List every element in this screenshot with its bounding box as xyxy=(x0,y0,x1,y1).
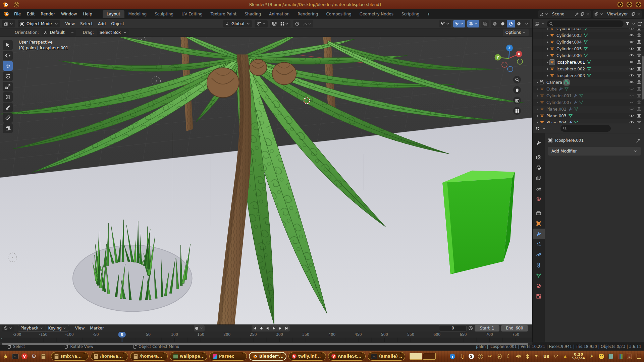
launcher-settings-wheel[interactable]: ⚙ xyxy=(30,352,38,361)
outliner-row-plane.002[interactable]: Plane.002 xyxy=(533,106,644,113)
properties-tab-particles[interactable] xyxy=(533,239,545,249)
next-keyframe-button[interactable] xyxy=(277,325,283,331)
outliner-row-cylinder.004[interactable]: Cylinder.004 xyxy=(533,39,644,46)
camera-view-button[interactable] xyxy=(513,97,521,104)
tray-share-up[interactable]: ↑ xyxy=(477,353,484,360)
outliner-row-plane.004[interactable]: Plane.004 xyxy=(533,119,644,123)
disable-render-toggle[interactable] xyxy=(637,120,641,123)
show-gizmo-toggle[interactable] xyxy=(453,20,465,27)
disable-render-toggle[interactable] xyxy=(637,93,641,99)
disable-render-toggle[interactable] xyxy=(637,100,641,106)
expand-arrow-icon[interactable] xyxy=(546,54,549,58)
task-button-twily-inf-[interactable]: Vtwily.inf... xyxy=(288,352,326,361)
editor-type-button[interactable] xyxy=(2,20,15,27)
properties-tab-physics[interactable] xyxy=(533,249,545,260)
properties-tab-output[interactable] xyxy=(533,162,545,173)
desktop-2[interactable] xyxy=(423,353,436,360)
window-maximize-button[interactable]: − xyxy=(627,2,632,7)
new-collection-button[interactable] xyxy=(637,21,642,26)
ortho-toggle-button[interactable] xyxy=(513,107,521,115)
tray-keyboard-layout[interactable]: us xyxy=(543,353,550,360)
workspace-tab-scripting[interactable]: Scripting xyxy=(397,10,423,18)
previous-keyframe-button[interactable] xyxy=(258,325,264,331)
expand-arrow-icon[interactable] xyxy=(546,47,549,51)
scrollbar-thumb[interactable] xyxy=(2,343,528,345)
shading-solid-button[interactable] xyxy=(499,20,507,27)
pin-icon[interactable] xyxy=(575,12,579,16)
timeline-ruler[interactable]: -200-150-100-505010015020025030035040045… xyxy=(0,331,532,342)
timeline-dropdown-playback[interactable]: Playback xyxy=(18,325,46,331)
properties-tab-render[interactable] xyxy=(533,152,545,162)
expand-arrow-icon[interactable] xyxy=(546,28,549,31)
tool-rotate[interactable] xyxy=(3,71,13,81)
expand-arrow-icon[interactable] xyxy=(536,80,539,84)
play-reverse-button[interactable] xyxy=(264,325,271,331)
tray-volume[interactable] xyxy=(515,353,522,360)
remove-viewlayer-icon[interactable] xyxy=(637,12,641,16)
hide-viewport-toggle[interactable] xyxy=(629,73,634,79)
visibility-dropdown[interactable] xyxy=(439,20,451,27)
pin-icon[interactable] xyxy=(636,138,641,143)
jump-to-start-button[interactable] xyxy=(252,325,258,331)
outliner-row-cylinder.002[interactable]: Cylinder.002 xyxy=(533,28,644,32)
disable-render-toggle[interactable] xyxy=(637,46,641,52)
falloff-selector[interactable] xyxy=(301,20,313,27)
pan-button[interactable] xyxy=(513,86,521,94)
tray-expand-caret[interactable]: ▲ xyxy=(561,353,569,360)
chevron-down-icon[interactable] xyxy=(637,126,641,130)
shading-material-button[interactable] xyxy=(507,20,515,27)
frame-start-field[interactable]: Start1 xyxy=(475,325,499,331)
shading-options-dropdown[interactable] xyxy=(523,20,530,27)
expand-arrow-icon[interactable] xyxy=(546,34,549,38)
expand-arrow-icon[interactable] xyxy=(536,94,539,98)
hide-viewport-toggle[interactable] xyxy=(629,53,634,59)
workspace-tab-uv-editing[interactable]: UV Editing xyxy=(177,10,207,18)
hide-viewport-toggle[interactable] xyxy=(629,113,634,119)
expand-arrow-icon[interactable] xyxy=(536,121,539,123)
task-button-wallpape-[interactable]: wallpape... xyxy=(170,352,207,361)
transform-orientation-selector[interactable]: Global xyxy=(223,20,252,27)
desktop-1[interactable] xyxy=(410,353,422,360)
outliner-row-cylinder.003[interactable]: Cylinder.003 xyxy=(533,32,644,39)
zoom-button[interactable] xyxy=(513,76,521,83)
outliner-row-cylinder.005[interactable]: Cylinder.005 xyxy=(533,46,644,52)
hide-viewport-toggle[interactable] xyxy=(629,66,634,72)
navigation-gizmo[interactable]: Z X Y xyxy=(493,43,524,74)
tray-music[interactable]: ♫ xyxy=(458,353,465,360)
hide-viewport-toggle[interactable] xyxy=(629,93,634,99)
outliner-row-icosphere.003[interactable]: Icosphere.003 xyxy=(533,72,644,79)
tool-scale[interactable] xyxy=(3,82,13,92)
workspace-tab-modeling[interactable]: Modeling xyxy=(124,10,151,18)
tray-library-books[interactable] xyxy=(616,353,624,360)
frame-end-field[interactable]: End600 xyxy=(501,325,528,331)
properties-tab-data[interactable] xyxy=(533,270,545,281)
tray-calculator[interactable] xyxy=(607,353,614,360)
workspace-tab-texture-paint[interactable]: Texture Paint xyxy=(207,10,240,18)
snap-settings[interactable] xyxy=(278,20,290,27)
tray-skype[interactable]: S xyxy=(468,353,475,360)
add-workspace-button[interactable]: + xyxy=(423,11,434,16)
hide-viewport-toggle[interactable] xyxy=(629,80,634,85)
expand-arrow-icon[interactable] xyxy=(546,74,549,78)
tray-emoji[interactable] xyxy=(598,353,605,360)
hide-viewport-toggle[interactable] xyxy=(629,46,634,52)
outliner-row-cylinder.001[interactable]: Cylinder.001 xyxy=(533,93,644,99)
play-forward-button[interactable] xyxy=(271,325,277,331)
outliner-display-mode-icon[interactable] xyxy=(535,21,539,26)
hide-viewport-toggle[interactable] xyxy=(629,33,634,39)
properties-tab-constraints[interactable] xyxy=(533,260,545,270)
task-button-parsec[interactable]: Parsec xyxy=(209,352,247,361)
expand-arrow-icon[interactable] xyxy=(536,87,539,91)
snap-toggle[interactable] xyxy=(270,20,278,27)
new-viewlayer-icon[interactable] xyxy=(631,12,635,16)
disable-render-toggle[interactable] xyxy=(637,60,641,65)
hide-viewport-toggle[interactable] xyxy=(629,86,634,92)
show-overlays-toggle[interactable] xyxy=(467,20,479,27)
shading-wireframe-button[interactable] xyxy=(491,20,499,27)
new-scene-icon[interactable] xyxy=(580,12,584,16)
filter-icon[interactable] xyxy=(625,21,630,26)
properties-editor-type-icon[interactable] xyxy=(535,126,540,131)
timeline-region-arrow[interactable]: › xyxy=(1,336,2,341)
task-button--home-a-[interactable]: /home/a... xyxy=(130,352,168,361)
task-button-smb-a-[interactable]: smb://a... xyxy=(51,352,89,361)
